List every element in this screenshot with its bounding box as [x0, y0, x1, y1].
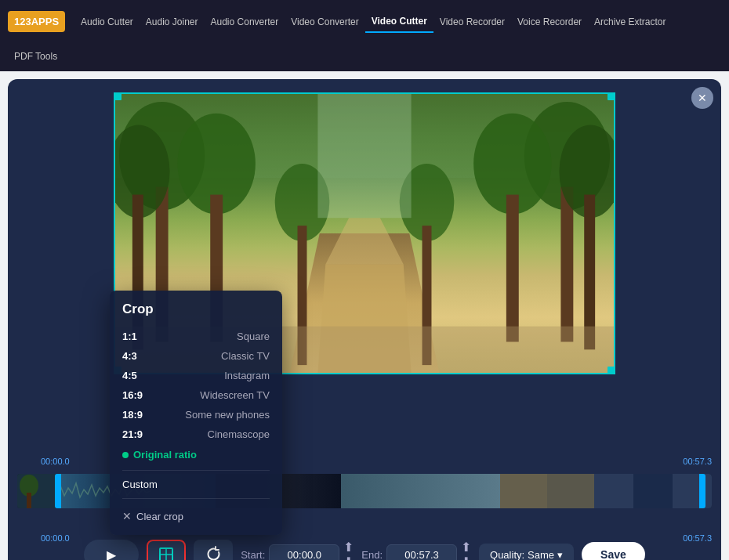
editor-wrap: ✕	[0, 71, 729, 560]
clear-crop-label: Clear crop	[136, 511, 183, 522]
nav-archive-extractor[interactable]: Archive Extractor	[588, 12, 672, 32]
crop-ratio-18-9: 18:9	[122, 409, 143, 421]
crop-name-newphones: Some new phones	[185, 409, 270, 421]
timeline-handle-left[interactable]	[55, 474, 61, 508]
timeline-time-bottom-left: 00:00.0	[41, 533, 70, 543]
start-spinner[interactable]: ⬆⬇	[343, 540, 354, 560]
crop-menu-title: Crop	[122, 302, 270, 317]
crop-ratio-4-3: 4:3	[122, 350, 137, 362]
nav-links: Audio Cutter Audio Joiner Audio Converte…	[74, 11, 672, 33]
svg-rect-9	[506, 195, 519, 342]
end-label: End:	[361, 549, 383, 561]
svg-rect-22	[27, 493, 31, 508]
editor-container: ✕	[8, 79, 721, 560]
rotate-button[interactable]	[194, 540, 233, 560]
crop-name-square: Square	[237, 331, 270, 342]
nav-video-converter[interactable]: Video Converter	[285, 12, 365, 32]
nav-voice-recorder[interactable]: Voice Recorder	[511, 12, 588, 32]
crop-original-ratio[interactable]: Original ratio	[122, 444, 270, 465]
nav-video-cutter[interactable]: Video Cutter	[365, 11, 433, 33]
crop-divider	[122, 470, 270, 471]
crop-handle-br[interactable]	[608, 367, 615, 374]
crop-ratio-21-9: 21:9	[122, 428, 143, 440]
start-time-group: Start: ⬆⬇	[241, 540, 354, 560]
end-time-input[interactable]	[386, 544, 457, 561]
start-time-input[interactable]	[269, 544, 339, 561]
crop-option-4-5[interactable]: 4:5 Instagram	[122, 366, 270, 385]
rotate-icon	[205, 546, 222, 560]
start-label: Start:	[241, 549, 265, 561]
navbar: 123APPS Audio Cutter Audio Joiner Audio …	[0, 0, 729, 43]
crop-ratio-4-5: 4:5	[122, 370, 137, 381]
timeline-time-top-left: 00:00.0	[41, 457, 70, 466]
crop-handle-tl[interactable]	[114, 92, 121, 100]
crop-custom[interactable]: Custom	[122, 475, 270, 493]
nav-audio-joiner[interactable]: Audio Joiner	[140, 12, 205, 32]
quality-button[interactable]: Quality: Same ▾	[479, 544, 574, 561]
nav-audio-converter[interactable]: Audio Converter	[205, 12, 285, 32]
nav-video-recorder[interactable]: Video Recorder	[433, 12, 511, 32]
crop-name-classictv: Classic TV	[221, 350, 270, 362]
svg-marker-17	[325, 218, 403, 264]
nav-pdf-tools[interactable]: PDF Tools	[8, 46, 63, 67]
crop-ratio-16-9: 16:9	[122, 389, 143, 401]
clear-crop-button[interactable]: ✕ Clear crop	[122, 504, 270, 524]
quality-label: Quality:	[490, 549, 524, 561]
crop-dropdown: Crop 1:1 Square 4:3 Classic TV 4:5 Insta…	[110, 291, 282, 535]
crop-name-cinemascope: Cinemascope	[208, 428, 270, 440]
svg-rect-7	[560, 187, 573, 342]
save-button[interactable]: Save	[582, 542, 645, 560]
quality-chevron-icon: ▾	[557, 549, 563, 561]
close-button[interactable]: ✕	[691, 87, 713, 109]
crop-option-16-9[interactable]: 16:9 Widescreen TV	[122, 385, 270, 405]
timeline-handle-right[interactable]	[699, 474, 705, 508]
logo[interactable]: 123APPS	[8, 11, 65, 32]
original-ratio-dot	[122, 452, 129, 458]
crop-option-1-1[interactable]: 1:1 Square	[122, 327, 270, 346]
timeline-time-top-right: 00:57.3	[683, 457, 712, 466]
crop-divider-2	[122, 498, 270, 499]
quality-value: Same	[528, 549, 554, 561]
crop-name-widescreentv: Widescreen TV	[200, 389, 270, 401]
crop-handle-tr[interactable]	[608, 92, 615, 100]
crop-option-18-9[interactable]: 18:9 Some new phones	[122, 405, 270, 425]
svg-rect-19	[317, 94, 411, 218]
end-time-group: End: ⬆⬇	[361, 540, 471, 560]
end-spinner[interactable]: ⬆⬇	[461, 540, 471, 560]
original-ratio-label: Original ratio	[133, 449, 197, 461]
crop-ratio-1-1: 1:1	[122, 331, 137, 342]
crop-name-instagram: Instagram	[224, 370, 270, 381]
clear-crop-x-icon: ✕	[122, 510, 132, 522]
crop-option-4-3[interactable]: 4:3 Classic TV	[122, 346, 270, 366]
nav-audio-cutter[interactable]: Audio Cutter	[74, 12, 140, 32]
controls-bar: ▶ Start: ⬆⬇ End:	[17, 540, 712, 560]
crop-button[interactable]	[147, 540, 186, 560]
play-button[interactable]: ▶	[84, 540, 139, 560]
crop-icon	[158, 546, 175, 560]
video-area: Crop 1:1 Square 4:3 Classic TV 4:5 Insta…	[17, 89, 712, 468]
timeline-time-bottom-right: 00:57.3	[683, 533, 712, 543]
crop-option-21-9[interactable]: 21:9 Cinemascope	[122, 425, 270, 444]
